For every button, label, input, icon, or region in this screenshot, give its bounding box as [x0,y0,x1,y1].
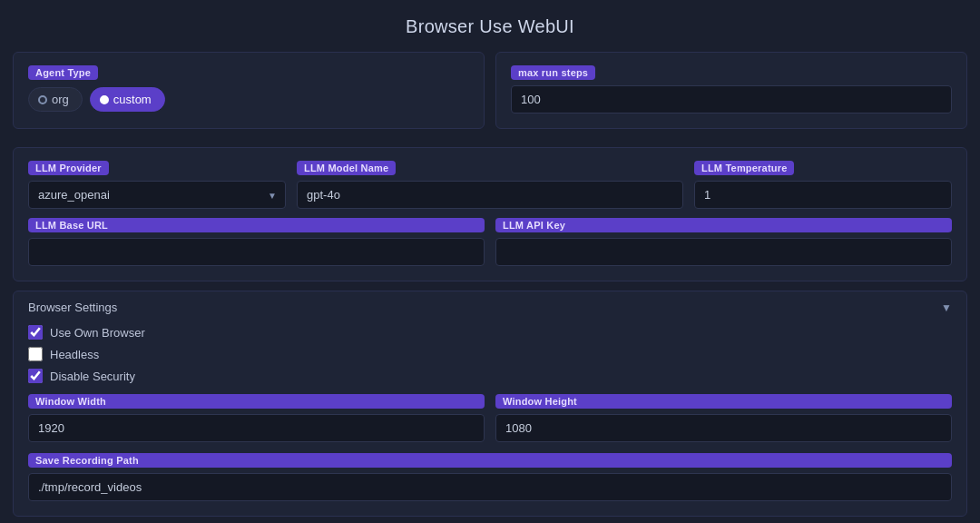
window-width-input[interactable] [28,414,485,442]
page-title: Browser Use WebUI [0,0,980,52]
disable-security-label[interactable]: Disable Security [50,370,135,383]
agent-type-radio-group: org custom [28,87,469,112]
headless-label[interactable]: Headless [50,348,99,361]
llm-provider-select[interactable]: azure_openai openai anthropic gemini [28,181,286,209]
radio-custom-dot [100,95,109,104]
window-height-input[interactable] [495,414,952,442]
max-run-steps-input[interactable] [511,85,952,113]
browser-settings-section: Browser Settings ▼ Use Own Browser Headl… [13,291,967,517]
disable-security-row: Disable Security [28,369,952,383]
llm-api-key-label: LLM API Key [495,218,952,232]
llm-temperature-input[interactable] [694,181,952,209]
llm-base-url-input[interactable] [28,238,485,266]
use-own-browser-row: Use Own Browser [28,325,952,340]
radio-org-label: org [52,93,69,106]
disable-security-checkbox[interactable] [28,369,43,383]
llm-base-url-label: LLM Base URL [28,218,485,232]
llm-provider-label: LLM Provider [28,161,109,175]
radio-custom-label: custom [113,93,152,106]
headless-checkbox[interactable] [28,347,43,361]
radio-org-dot [38,95,47,104]
radio-custom[interactable]: custom [90,87,165,112]
window-height-label: Window Height [495,394,952,409]
llm-model-label: LLM Model Name [297,161,396,175]
radio-org[interactable]: org [28,87,83,112]
llm-model-input[interactable] [297,181,683,209]
llm-temperature-label: LLM Temperature [694,161,794,175]
llm-api-key-input[interactable] [495,238,952,266]
save-recording-path-label: Save Recording Path [28,453,952,468]
window-width-label: Window Width [28,394,485,409]
browser-settings-title: Browser Settings [28,301,117,314]
save-recording-path-input[interactable] [28,473,952,501]
agent-type-label: Agent Type [28,65,98,80]
use-own-browser-checkbox[interactable] [28,325,43,340]
use-own-browser-label[interactable]: Use Own Browser [50,326,145,340]
headless-row: Headless [28,347,952,361]
max-run-steps-label: max run steps [511,65,595,80]
collapse-arrow-icon[interactable]: ▼ [941,301,952,314]
